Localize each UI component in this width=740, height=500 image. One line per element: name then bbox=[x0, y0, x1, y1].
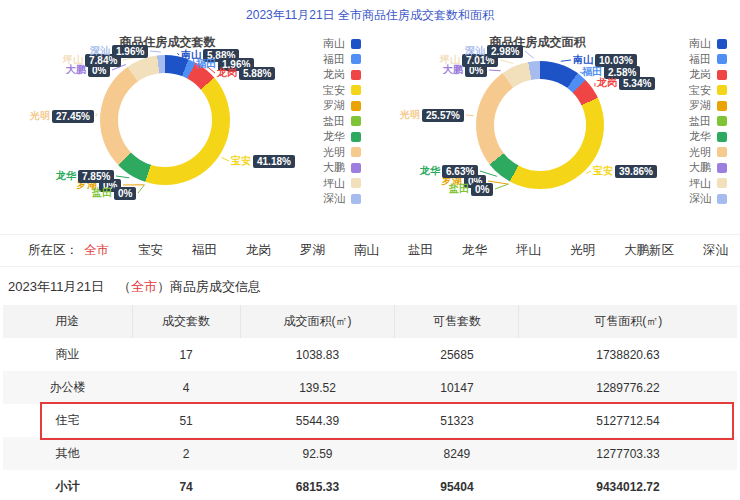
legend-item[interactable]: 宝安 bbox=[323, 85, 361, 97]
table-cell: 51323 bbox=[395, 404, 519, 437]
slice-label: 深汕1.96% bbox=[90, 44, 148, 58]
slice-label: 深汕2.98% bbox=[465, 44, 523, 58]
legend-swatch-icon bbox=[351, 147, 361, 157]
slice-label-district: 光明 bbox=[30, 109, 50, 123]
legend-item[interactable]: 盐田 bbox=[689, 116, 727, 128]
table-cell: 74 bbox=[132, 470, 240, 500]
legend-swatch-icon bbox=[351, 132, 361, 142]
filter-item[interactable]: 盐田 bbox=[408, 242, 433, 259]
legend-item[interactable]: 龙华 bbox=[689, 131, 727, 143]
filter-item[interactable]: 龙华 bbox=[462, 242, 487, 259]
legend-item[interactable]: 罗湖 bbox=[323, 100, 361, 112]
slice-label-district: 坪山 bbox=[440, 53, 460, 67]
slice-label: 宝安39.86% bbox=[593, 164, 657, 178]
legend-item[interactable]: 龙岗 bbox=[323, 69, 361, 81]
filter-item[interactable]: 全市 bbox=[84, 242, 109, 259]
filter-item[interactable]: 福田 bbox=[192, 242, 217, 259]
table-cell: 8249 bbox=[395, 437, 519, 470]
table-header-row: 用途成交套数成交面积(㎡)可售套数可售面积(㎡) bbox=[3, 305, 737, 338]
legend-label: 深汕 bbox=[323, 193, 345, 205]
slice-label-district: 深汕 bbox=[90, 44, 110, 58]
slice-label-percent: 2.98% bbox=[487, 45, 523, 58]
column-header: 用途 bbox=[3, 305, 132, 338]
legend-item[interactable]: 深汕 bbox=[689, 193, 727, 205]
legend-swatch-icon bbox=[351, 54, 361, 64]
slice-label-percent: 41.18% bbox=[253, 155, 295, 168]
column-header: 可售套数 bbox=[395, 305, 519, 338]
district-filter: 所在区： 全市宝安福田龙岗罗湖南山盐田龙华坪山光明大鹏新区深汕 bbox=[0, 234, 740, 267]
legend-label: 光明 bbox=[323, 147, 345, 159]
donut[interactable] bbox=[476, 61, 604, 189]
filter-item[interactable]: 南山 bbox=[354, 242, 379, 259]
legend-item[interactable]: 大鹏 bbox=[689, 162, 727, 174]
table-cell: 小计 bbox=[3, 470, 132, 500]
legend-item[interactable]: 龙华 bbox=[323, 131, 361, 143]
filter-item[interactable]: 罗湖 bbox=[300, 242, 325, 259]
legend-label: 盐田 bbox=[689, 116, 711, 128]
table-cell: 住宅 bbox=[3, 404, 132, 437]
slice-label-district: 龙华 bbox=[420, 164, 440, 178]
filter-item[interactable]: 深汕 bbox=[703, 242, 728, 259]
legend-item[interactable]: 光明 bbox=[323, 147, 361, 159]
slice-label: 宝安41.18% bbox=[231, 154, 295, 168]
slice-label-district: 盐田 bbox=[92, 186, 112, 200]
deal-table-wrap: 用途成交套数成交面积(㎡)可售套数可售面积(㎡) 商业171038.832568… bbox=[3, 305, 737, 500]
table-cell: 95404 bbox=[395, 470, 519, 500]
legend-label: 深汕 bbox=[689, 193, 711, 205]
filter-item[interactable]: 龙岗 bbox=[246, 242, 271, 259]
slice-label-percent: 7.85% bbox=[78, 170, 114, 183]
legend-label: 龙华 bbox=[323, 131, 345, 143]
slice-label-percent: 5.34% bbox=[619, 77, 655, 90]
slice-label: 盐田0% bbox=[92, 186, 136, 200]
legend-label: 宝安 bbox=[689, 85, 711, 97]
table-row: 其他292.5982491277703.33 bbox=[3, 437, 737, 470]
legend-label: 南山 bbox=[323, 38, 345, 50]
legend-label: 罗湖 bbox=[323, 100, 345, 112]
slice-label-district: 宝安 bbox=[593, 164, 613, 178]
donut[interactable] bbox=[100, 55, 230, 185]
legend-item[interactable]: 福田 bbox=[689, 54, 727, 66]
table-cell: 6815.33 bbox=[240, 470, 395, 500]
section-district: 全市 bbox=[131, 279, 157, 294]
section-date: 2023年11月21日 bbox=[8, 279, 104, 294]
table-cell: 2 bbox=[132, 437, 240, 470]
filter-item[interactable]: 大鹏新区 bbox=[624, 242, 674, 259]
legend-item[interactable]: 大鹏 bbox=[323, 162, 361, 174]
legend-item[interactable]: 福田 bbox=[323, 54, 361, 66]
legend-item[interactable]: 南山 bbox=[323, 38, 361, 50]
table-cell: 17 bbox=[132, 338, 240, 371]
slice-label-percent: 0% bbox=[114, 187, 136, 200]
legend-swatch-icon bbox=[717, 70, 727, 80]
legend-swatch-icon bbox=[717, 147, 727, 157]
slice-label-district: 宝安 bbox=[231, 154, 251, 168]
slice-label-percent: 5.88% bbox=[239, 67, 275, 80]
legend-item[interactable]: 深汕 bbox=[323, 193, 361, 205]
slice-label: 盐田0% bbox=[449, 182, 493, 196]
filter-item[interactable]: 光明 bbox=[570, 242, 595, 259]
legend-item[interactable]: 宝安 bbox=[689, 85, 727, 97]
slice-label: 龙华7.85% bbox=[56, 169, 114, 183]
filter-item[interactable]: 坪山 bbox=[516, 242, 541, 259]
legend-swatch-icon bbox=[351, 39, 361, 49]
table-cell: 139.52 bbox=[240, 371, 395, 404]
table-cell: 9434012.72 bbox=[519, 470, 737, 500]
section-suffix: ）商品房成交信息 bbox=[157, 279, 261, 294]
legend-swatch-icon bbox=[351, 85, 361, 95]
legend-label: 坪山 bbox=[323, 178, 345, 190]
legend-label: 龙华 bbox=[689, 131, 711, 143]
legend-item[interactable]: 龙岗 bbox=[689, 69, 727, 81]
legend-item[interactable]: 罗湖 bbox=[689, 100, 727, 112]
legend-label: 福田 bbox=[323, 54, 345, 66]
filter-item[interactable]: 宝安 bbox=[138, 242, 163, 259]
slice-label-district: 光明 bbox=[400, 108, 420, 122]
legend-item[interactable]: 坪山 bbox=[689, 178, 727, 190]
slice-label-percent: 27.45% bbox=[52, 110, 94, 123]
table-cell: 1038.83 bbox=[240, 338, 395, 371]
chart-title: 商品住房成交面积 bbox=[370, 34, 705, 51]
legend-item[interactable]: 盐田 bbox=[323, 116, 361, 128]
legend-item[interactable]: 光明 bbox=[689, 147, 727, 159]
legend-item[interactable]: 南山 bbox=[689, 38, 727, 50]
slice-label: 光明25.57% bbox=[400, 108, 464, 122]
legend-label: 大鹏 bbox=[323, 162, 345, 174]
legend-item[interactable]: 坪山 bbox=[323, 178, 361, 190]
